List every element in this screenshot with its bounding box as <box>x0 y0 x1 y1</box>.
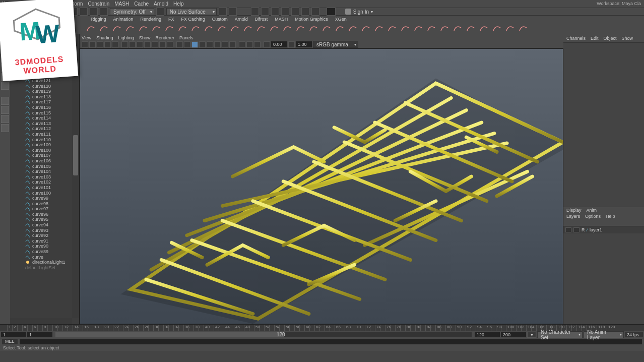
general-icon[interactable] <box>2 8 10 16</box>
circle-icon[interactable] <box>151 23 161 33</box>
end-frame-field[interactable]: 200 <box>501 332 526 337</box>
vp-2d-pan-icon[interactable] <box>104 41 111 48</box>
snap-curve-icon[interactable] <box>70 8 78 16</box>
shelf-tab-fx[interactable]: FX <box>168 17 174 22</box>
vp-field-chart-icon[interactable] <box>152 41 158 48</box>
outliner-item[interactable]: curve122 <box>10 73 79 78</box>
select-icon[interactable] <box>12 8 20 16</box>
anim-tab[interactable]: Anim <box>587 208 597 213</box>
vp-menu-show[interactable]: Show <box>139 35 151 40</box>
outliner-item[interactable]: curve110 <box>10 137 79 142</box>
outliner-item[interactable]: curve126 <box>10 51 79 57</box>
vp-menu-panels[interactable]: Panels <box>179 35 194 40</box>
layout-single-icon[interactable] <box>1 97 9 105</box>
live-icon[interactable] <box>156 8 164 16</box>
viewport-3d[interactable] <box>80 48 563 324</box>
menu-visualize[interactable]: Visualize <box>41 1 61 7</box>
range-end-handle[interactable]: 120 <box>277 332 284 337</box>
vp-antialias-icon[interactable] <box>229 41 236 48</box>
vp-wireframe-icon[interactable] <box>176 41 183 48</box>
vp-textured-icon[interactable] <box>191 41 198 48</box>
render-view-icon[interactable] <box>281 8 289 16</box>
rp-tab-channels[interactable]: Channels <box>566 36 586 41</box>
square-icon[interactable] <box>164 23 174 33</box>
outliner-scrollbar-h[interactable] <box>10 318 72 324</box>
vp-exposure-field[interactable]: 0.00 <box>271 41 287 47</box>
move-icon[interactable] <box>22 8 30 16</box>
shelf-tab-custom[interactable]: Custom <box>212 17 228 22</box>
layout-two-icon[interactable] <box>1 115 9 123</box>
animlayer-dropdown[interactable]: No Anim Layer <box>584 331 624 338</box>
outliner-item[interactable]: curve120 <box>10 83 79 89</box>
start-frame-field[interactable]: 1 <box>1 332 26 337</box>
outliner-item[interactable]: curve115 <box>10 110 79 115</box>
vp-smooth-shade-icon[interactable] <box>184 41 190 48</box>
shelf-tab-arnold[interactable]: Arnold <box>235 17 248 22</box>
fillet-icon[interactable] <box>282 23 292 33</box>
outliner-item[interactable]: curve95 <box>10 217 79 222</box>
outliner-item[interactable]: curve129 <box>10 35 79 41</box>
vp-xray-joints-icon[interactable] <box>254 41 261 48</box>
outliner-item[interactable]: defaultLightSet <box>10 265 79 271</box>
range-start-field[interactable]: 1 <box>27 332 52 337</box>
outliner-item[interactable]: curve94 <box>10 222 79 228</box>
pencil-icon[interactable] <box>125 23 135 33</box>
revolve-icon[interactable] <box>439 23 449 33</box>
menu-mash[interactable]: MASH <box>114 1 129 7</box>
rotate-tool-icon[interactable] <box>1 73 9 81</box>
surface-ep-icon[interactable] <box>400 23 410 33</box>
ipr-icon[interactable] <box>261 8 269 16</box>
vp-menu-shading[interactable]: Shading <box>96 35 113 40</box>
outliner-item[interactable]: curve112 <box>10 126 79 132</box>
snap-live-icon[interactable] <box>100 8 108 16</box>
extend-icon[interactable] <box>217 23 227 33</box>
cv-curve-icon[interactable] <box>86 23 96 33</box>
shelf-tab-fx-caching[interactable]: FX Caching <box>181 17 205 22</box>
vp-ao-icon[interactable] <box>214 41 221 48</box>
vp-grease-icon[interactable] <box>112 41 118 48</box>
display-tab[interactable]: Display <box>566 208 582 213</box>
rotate-icon[interactable] <box>32 8 40 16</box>
detach-icon[interactable] <box>190 23 201 33</box>
shelf-tab-bifrost[interactable]: Bifrost <box>255 17 268 22</box>
outliner-item[interactable]: curve106 <box>10 158 79 164</box>
outliner-item[interactable]: curve111 <box>10 132 79 137</box>
square-srf-icon[interactable] <box>492 23 502 33</box>
vp-menu-view[interactable]: View <box>82 35 91 40</box>
outliner-item[interactable]: curve96 <box>10 212 79 217</box>
outliner-item[interactable]: curve105 <box>10 163 79 169</box>
select-tool-icon[interactable] <box>1 36 9 44</box>
outliner-item[interactable]: curve116 <box>10 105 79 110</box>
menu-arnold[interactable]: Arnold <box>154 1 168 7</box>
attach-icon[interactable] <box>177 23 187 33</box>
ep-curve-icon[interactable] <box>99 23 109 33</box>
vp-colorspace-dropdown[interactable]: sRGB gamma <box>313 41 358 48</box>
reverse-icon[interactable] <box>256 23 266 33</box>
outliner-item[interactable]: curve93 <box>10 227 79 233</box>
shelf-tab-xgen[interactable]: XGen <box>335 17 347 22</box>
project-icon[interactable] <box>295 23 305 33</box>
extrude-icon[interactable] <box>453 23 463 33</box>
charset-dropdown[interactable]: No Character Set <box>537 331 583 338</box>
panel-layout-icon[interactable] <box>327 8 336 16</box>
vp-image-plane-icon[interactable] <box>97 41 103 48</box>
paint-tool-icon[interactable] <box>1 54 9 63</box>
vp-use-lights-icon[interactable] <box>199 41 206 48</box>
vp-exposure-icon[interactable] <box>264 41 270 48</box>
outliner-item[interactable]: curve109 <box>10 142 79 148</box>
outliner-icon[interactable] <box>1 124 9 132</box>
construction-icon[interactable] <box>229 8 237 16</box>
snap-grid-icon[interactable] <box>59 8 68 16</box>
outliner-item[interactable]: curve101 <box>10 185 79 191</box>
fps-field[interactable]: 24 fps <box>625 332 643 337</box>
stitch-icon[interactable] <box>361 23 371 33</box>
layers-menu[interactable]: Layers <box>566 214 580 219</box>
vp-isolate-icon[interactable] <box>239 41 245 48</box>
outliner-item[interactable]: curve113 <box>10 121 79 127</box>
outliner-item[interactable]: curve100 <box>10 190 79 196</box>
vp-bookmark-icon[interactable] <box>89 41 96 48</box>
vp-xray-icon[interactable] <box>246 41 253 48</box>
shelf-tab-animation[interactable]: Animation <box>113 17 134 22</box>
smooth-icon[interactable] <box>269 23 279 33</box>
menu-deform[interactable]: Deform <box>67 1 83 7</box>
